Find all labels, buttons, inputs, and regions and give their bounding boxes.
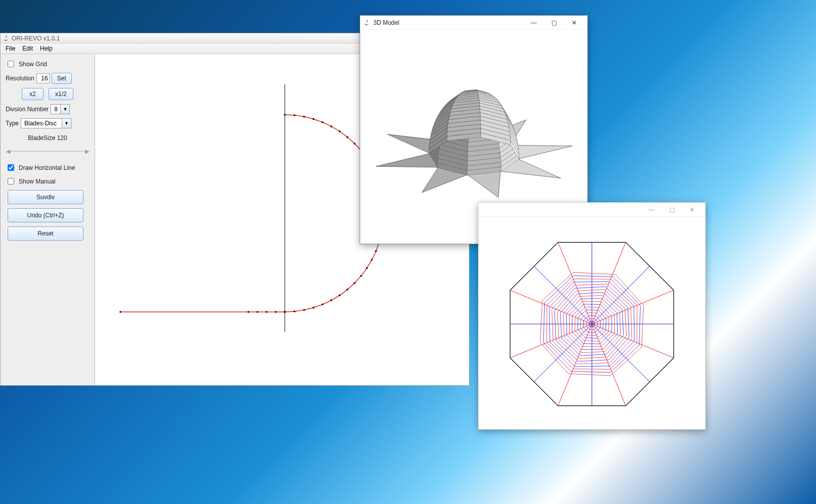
svg-line-238 [510, 290, 592, 324]
svg-line-234 [558, 324, 592, 406]
division-number-label: Divsion Number [6, 106, 49, 113]
reset-button[interactable]: Reset [8, 226, 83, 241]
resolution-label: Resolution [6, 75, 34, 82]
svg-rect-40 [248, 311, 249, 313]
svg-rect-23 [371, 259, 372, 260]
svg-rect-10 [354, 143, 355, 145]
slider-groove [11, 151, 84, 152]
java-icon [3, 35, 10, 42]
svg-rect-33 [294, 311, 295, 312]
type-select[interactable]: Blades-Disc ▼ [21, 118, 71, 128]
show-grid-checkbox[interactable] [8, 61, 14, 67]
draw-horizontal-label: Draw Horizontal Line [19, 164, 75, 171]
maximize-button[interactable]: ▢ [662, 204, 682, 216]
show-manual-checkbox[interactable] [8, 178, 14, 185]
type-label: Type [6, 120, 19, 127]
svg-rect-31 [313, 307, 314, 308]
svg-rect-37 [275, 311, 277, 313]
svg-line-235 [534, 324, 592, 382]
type-value: Blades-Disc [21, 118, 62, 128]
menu-help[interactable]: Help [37, 44, 56, 53]
svg-rect-36 [284, 311, 286, 313]
svg-rect-32 [304, 309, 305, 311]
svg-line-240 [558, 242, 592, 324]
show-grid-label: Show Grid [19, 61, 47, 68]
close-button[interactable]: ✕ [564, 17, 584, 29]
maximize-button[interactable]: ▢ [544, 17, 564, 29]
svg-rect-5 [313, 118, 314, 120]
menu-edit[interactable]: Edit [19, 44, 36, 53]
resolution-input[interactable] [36, 73, 50, 83]
svg-rect-4 [304, 116, 305, 117]
close-button[interactable]: ✕ [682, 204, 702, 216]
minimize-button[interactable]: — [524, 17, 544, 29]
svg-rect-25 [360, 275, 362, 277]
svg-rect-7 [330, 126, 332, 127]
svg-line-232 [592, 324, 626, 406]
division-number-select[interactable]: 8 ▼ [51, 104, 70, 114]
x2-button[interactable]: x2 [22, 88, 44, 100]
chevron-down-icon[interactable]: ▼ [62, 118, 71, 128]
svg-marker-42 [467, 171, 500, 198]
bladesize-slider[interactable]: ◀ ▶ [6, 147, 90, 156]
chevron-down-icon[interactable]: ▼ [61, 104, 70, 114]
svg-line-226 [592, 242, 626, 324]
svg-line-236 [510, 324, 592, 358]
draw-horizontal-checkbox[interactable] [8, 164, 14, 171]
menu-file[interactable]: File [3, 44, 18, 53]
svg-rect-2 [284, 114, 286, 116]
show-manual-label: Show Manual [19, 178, 56, 185]
svg-rect-22 [375, 250, 377, 252]
window-title: ORI-REVO v1.0.1 [12, 35, 60, 42]
svg-rect-6 [322, 121, 323, 123]
svg-rect-24 [366, 267, 368, 269]
undo-button[interactable]: Undo (Ctrl+Z) [8, 208, 83, 222]
canvas-crease-pattern[interactable] [479, 217, 705, 429]
svg-line-228 [592, 290, 674, 324]
x-half-button[interactable]: x1/2 [49, 88, 73, 100]
set-button[interactable]: Set [52, 73, 72, 84]
svg-line-231 [592, 324, 650, 382]
svg-rect-26 [354, 282, 355, 284]
svg-line-230 [592, 324, 674, 358]
titlebar-cp[interactable]: — ▢ ✕ [479, 203, 705, 217]
window-crease-pattern: — ▢ ✕ [478, 202, 706, 430]
svg-rect-9 [347, 136, 348, 138]
svg-rect-28 [339, 295, 340, 296]
svg-rect-27 [347, 289, 348, 290]
minimize-button[interactable]: — [641, 204, 662, 216]
titlebar-3d[interactable]: 3D Model — ▢ ✕ [360, 16, 587, 30]
java-icon [363, 19, 370, 26]
control-sidebar: Show Grid Resolution Set x2 x1/2 Divsion… [1, 54, 95, 385]
window-3d-title: 3D Model [373, 19, 524, 26]
svg-marker-48 [510, 145, 572, 159]
svg-rect-29 [330, 299, 332, 301]
bladesize-label: BladeSize 120 [28, 134, 67, 142]
svg-rect-38 [266, 311, 268, 313]
svg-rect-39 [257, 311, 259, 313]
svg-marker-44 [376, 153, 438, 167]
svg-rect-30 [322, 304, 323, 305]
division-number-value: 8 [51, 104, 61, 114]
slider-right-arrow-icon[interactable]: ▶ [83, 147, 91, 156]
svg-rect-8 [339, 130, 340, 132]
svg-line-227 [592, 266, 650, 324]
crease-pattern [479, 217, 705, 429]
svg-line-239 [534, 266, 592, 324]
subdiv-button[interactable]: Suvdiv [8, 190, 83, 204]
svg-rect-3 [294, 114, 295, 116]
svg-rect-35 [120, 311, 121, 313]
